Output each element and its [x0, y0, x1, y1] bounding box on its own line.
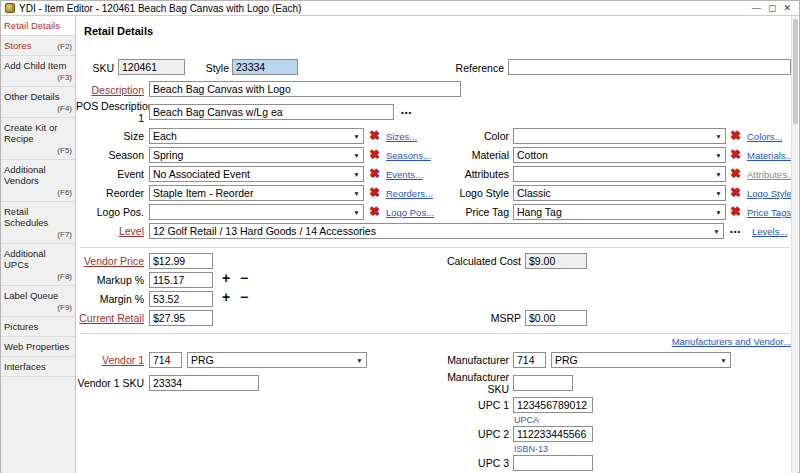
- pos-description-label: POS Description 1: [76, 100, 144, 124]
- item-editor-window: YDI - Item Editor - 120461 Beach Bag Can…: [0, 0, 800, 473]
- price-tag-label: Price Tag: [426, 206, 509, 218]
- minimize-button[interactable]: —: [752, 1, 761, 15]
- manufacturers-vendors-link[interactable]: Manufacturers and Vendor...: [606, 336, 791, 347]
- materials-link[interactable]: Materials...: [747, 150, 793, 161]
- levels-link[interactable]: Levels...: [752, 226, 787, 237]
- margin-increase-button[interactable]: +: [222, 289, 230, 305]
- clear-color-icon[interactable]: ✖: [730, 128, 740, 143]
- event-select[interactable]: No Associated Event ▼: [149, 166, 364, 182]
- clear-logo-style-icon[interactable]: ✖: [730, 185, 740, 200]
- chevron-down-icon: ▼: [350, 171, 363, 178]
- vertical-scrollbar[interactable]: [791, 16, 798, 473]
- current-retail-label[interactable]: Current Retail: [76, 312, 144, 324]
- vendor-price-label[interactable]: Vendor Price: [76, 255, 144, 267]
- sidebar-item-additional-vendors[interactable]: Additional Vendors (F6): [1, 160, 75, 202]
- calculated-cost-field[interactable]: [525, 253, 587, 269]
- level-select[interactable]: 12 Golf Retail / 13 Hard Goods / 14 Acce…: [149, 223, 724, 239]
- chevron-down-icon: ▼: [712, 171, 725, 178]
- sidebar-item-web-properties[interactable]: Web Properties: [1, 337, 75, 357]
- upc1-field[interactable]: [513, 397, 593, 413]
- chevron-down-icon: ▼: [712, 152, 725, 159]
- sidebar-item-pictures[interactable]: Pictures: [1, 317, 75, 337]
- sidebar-item-additional-upcs[interactable]: Additional UPCs (F8): [1, 244, 75, 286]
- logo-pos-select[interactable]: ▼: [149, 204, 364, 220]
- calculated-cost-label: Calculated Cost: [421, 255, 521, 267]
- sidebar-item-create-kit-or-recipe[interactable]: Create Kit or Recipe (F5): [1, 118, 75, 160]
- title-bar: YDI - Item Editor - 120461 Beach Bag Can…: [1, 1, 799, 16]
- markup-decrease-button[interactable]: −: [240, 270, 248, 286]
- season-select[interactable]: Spring ▼: [149, 147, 364, 163]
- clear-attributes-icon[interactable]: ✖: [730, 166, 740, 181]
- app-icon: [5, 3, 15, 13]
- clear-event-icon[interactable]: ✖: [369, 166, 379, 181]
- sku-field[interactable]: [118, 59, 185, 75]
- logo-styles-link[interactable]: Logo Styles...: [747, 188, 794, 199]
- description-label[interactable]: Description: [76, 84, 144, 96]
- sidebar-item-other-details[interactable]: Other Details (F4): [1, 87, 75, 118]
- vendor-price-field[interactable]: [149, 253, 213, 269]
- material-label: Material: [426, 149, 509, 161]
- clear-material-icon[interactable]: ✖: [730, 147, 740, 162]
- sidebar-item-interfaces[interactable]: Interfaces: [1, 357, 75, 377]
- colors-link[interactable]: Colors...: [747, 131, 782, 142]
- clear-reorder-icon[interactable]: ✖: [369, 185, 379, 200]
- vendor1-label[interactable]: Vendor 1: [76, 354, 144, 366]
- upc1-type-label: UPCA: [514, 415, 539, 425]
- chevron-down-icon: ▼: [350, 209, 363, 216]
- manufacturer-sku-field[interactable]: [513, 375, 573, 391]
- clear-price-tag-icon[interactable]: ✖: [730, 204, 740, 219]
- manufacturer-select[interactable]: PRG ▼: [551, 352, 731, 368]
- price-tags-link[interactable]: Price Tags...: [747, 207, 794, 218]
- vendor1-code-field[interactable]: [149, 352, 182, 368]
- margin-decrease-button[interactable]: −: [240, 289, 248, 305]
- price-tag-select[interactable]: Hang Tag ▼: [513, 204, 726, 220]
- chevron-down-icon: ▼: [717, 357, 730, 364]
- reference-field[interactable]: [508, 59, 791, 75]
- material-select[interactable]: Cotton ▼: [513, 147, 726, 163]
- sidebar-item-stores[interactable]: Stores (F2): [1, 36, 75, 56]
- window-title: YDI - Item Editor - 120461 Beach Bag Can…: [19, 3, 301, 14]
- pos-description-more-button[interactable]: •••: [401, 108, 412, 117]
- sidebar: Retail Details Stores (F2) Add Child Ite…: [1, 16, 76, 473]
- color-select[interactable]: ▼: [513, 128, 726, 144]
- style-field[interactable]: [232, 59, 298, 75]
- attributes-link[interactable]: Attributes...: [747, 169, 794, 180]
- pos-description-field[interactable]: [149, 104, 394, 120]
- sidebar-item-add-child-item[interactable]: Add Child Item (F3): [1, 56, 75, 87]
- upc3-field[interactable]: [513, 455, 593, 471]
- chevron-down-icon: ▼: [710, 228, 723, 235]
- chevron-down-icon: ▼: [712, 133, 725, 140]
- upc2-label: UPC 2: [449, 428, 509, 440]
- margin-field[interactable]: [149, 291, 213, 307]
- logo-style-select[interactable]: Classic ▼: [513, 185, 726, 201]
- current-retail-field[interactable]: [149, 310, 213, 326]
- reorder-select[interactable]: Staple Item - Reorder ▼: [149, 185, 364, 201]
- upc2-field[interactable]: [513, 426, 593, 442]
- sidebar-item-retail-details[interactable]: Retail Details: [1, 16, 75, 36]
- close-button[interactable]: ✕: [783, 1, 791, 15]
- vendor1-sku-field[interactable]: [149, 375, 259, 391]
- attributes-select[interactable]: ▼: [513, 166, 726, 182]
- manufacturer-code-field[interactable]: [513, 352, 546, 368]
- size-select[interactable]: Each ▼: [149, 128, 364, 144]
- level-label[interactable]: Level: [76, 225, 144, 237]
- markup-field[interactable]: [149, 272, 213, 288]
- sizes-link[interactable]: Sizes...: [386, 131, 417, 142]
- chevron-down-icon: ▼: [350, 190, 363, 197]
- events-link[interactable]: Events...: [386, 169, 423, 180]
- markup-increase-button[interactable]: +: [222, 270, 230, 286]
- level-more-button[interactable]: •••: [730, 227, 741, 236]
- sidebar-item-label-queue[interactable]: Label Queue (F9): [1, 286, 75, 317]
- description-field[interactable]: [149, 81, 461, 97]
- sidebar-item-retail-schedules[interactable]: Retail Schedules (F7): [1, 202, 75, 244]
- clear-season-icon[interactable]: ✖: [369, 147, 379, 162]
- clear-logo-pos-icon[interactable]: ✖: [369, 204, 379, 219]
- seasons-link[interactable]: Seasons...: [386, 150, 431, 161]
- vendor1-select[interactable]: PRG ▼: [187, 352, 367, 368]
- upc2-type-label: ISBN-13: [514, 444, 548, 454]
- chevron-down-icon: ▼: [350, 133, 363, 140]
- scrollbar-thumb[interactable]: [793, 19, 798, 124]
- msrp-field[interactable]: [525, 310, 587, 326]
- maximize-button[interactable]: ▢: [768, 1, 777, 15]
- clear-size-icon[interactable]: ✖: [369, 128, 379, 143]
